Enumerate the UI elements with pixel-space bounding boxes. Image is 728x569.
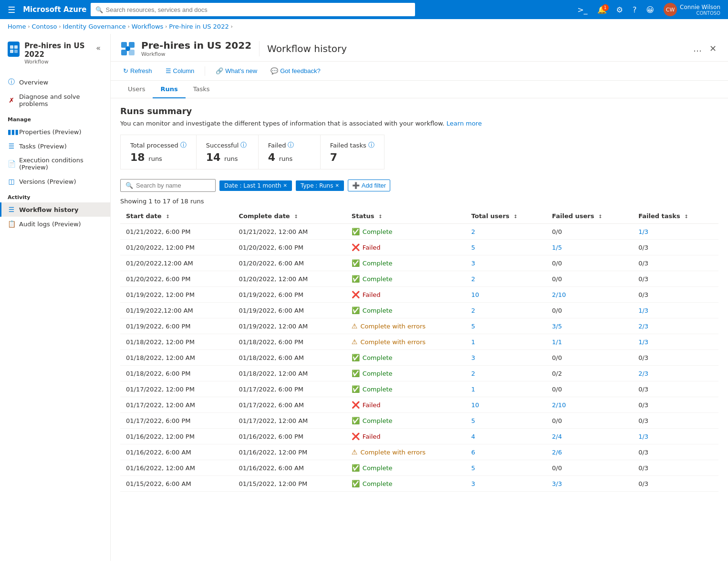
failed-tasks-link[interactable]: 1/3 <box>638 338 648 346</box>
total-users-link[interactable]: 10 <box>471 401 479 409</box>
global-search-input[interactable] <box>106 6 410 13</box>
breadcrumb-prehire[interactable]: Pre-hire in US 2022 <box>169 23 229 30</box>
type-filter-chip[interactable]: Type : Runs ✕ <box>296 180 344 191</box>
failed-users-link[interactable]: 2/10 <box>552 401 566 409</box>
col-start-date[interactable]: Start date ↕ <box>120 209 233 224</box>
failed-tasks-link[interactable]: 1/3 <box>638 228 648 235</box>
tab-users[interactable]: Users <box>120 81 153 98</box>
total-users-link[interactable]: 10 <box>471 291 479 298</box>
date-filter-chip[interactable]: Date : Last 1 month ✕ <box>219 180 292 191</box>
total-users-link[interactable]: 5 <box>471 464 475 472</box>
feedback-icon[interactable]: 😀 <box>642 3 658 16</box>
cell-failed-users[interactable]: 0/0 <box>546 413 633 429</box>
sidebar-item-audit-logs[interactable]: 📋 Audit logs (Preview) <box>0 217 110 231</box>
cell-failed-users[interactable]: 0/0 <box>546 460 633 476</box>
cell-failed-tasks[interactable]: 0/3 <box>633 397 718 413</box>
total-users-link[interactable]: 2 <box>471 228 475 235</box>
cell-failed-tasks[interactable]: 0/3 <box>633 271 718 287</box>
cell-total-users[interactable]: 2 <box>466 224 546 240</box>
failed-tasks-link[interactable]: 1/3 <box>638 307 648 314</box>
cell-failed-tasks[interactable]: 1/3 <box>633 429 718 444</box>
total-users-link[interactable]: 2 <box>471 370 475 377</box>
failed-info-icon[interactable]: ⓘ <box>288 141 294 149</box>
total-users-link[interactable]: 3 <box>471 480 475 487</box>
type-filter-close-icon[interactable]: ✕ <box>335 183 339 188</box>
cell-failed-users[interactable]: 0/0 <box>546 271 633 287</box>
sidebar-item-tasks[interactable]: ☰ Tasks (Preview) <box>0 139 110 153</box>
total-users-link[interactable]: 3 <box>471 260 475 267</box>
failed-users-link[interactable]: 1/1 <box>552 338 562 346</box>
cell-failed-users[interactable]: 3/5 <box>546 318 633 334</box>
total-users-link[interactable]: 2 <box>471 307 475 314</box>
settings-icon[interactable]: ⚙ <box>613 3 627 16</box>
total-users-link[interactable]: 5 <box>471 417 475 424</box>
failed-users-link[interactable]: 3/5 <box>552 323 562 330</box>
cell-failed-users[interactable]: 2/10 <box>546 287 633 303</box>
total-users-link[interactable]: 5 <box>471 244 475 251</box>
user-section[interactable]: CW Connie Wilson CONTOSO <box>660 1 724 18</box>
cell-failed-tasks[interactable]: 0/3 <box>633 350 718 366</box>
failed-tasks-info-icon[interactable]: ⓘ <box>368 141 374 149</box>
cell-total-users[interactable]: 2 <box>466 303 546 318</box>
cell-total-users[interactable]: 3 <box>466 476 546 492</box>
total-users-link[interactable]: 2 <box>471 275 475 283</box>
cell-failed-users[interactable]: 0/0 <box>546 255 633 271</box>
cell-failed-users[interactable]: 2/4 <box>546 429 633 444</box>
successful-info-icon[interactable]: ⓘ <box>240 141 247 149</box>
feedback-button[interactable]: 💬 Got feedback? <box>268 65 323 76</box>
failed-users-link[interactable]: 3/3 <box>552 480 562 487</box>
failed-users-link[interactable]: 1/5 <box>552 244 562 251</box>
cell-failed-tasks[interactable]: 1/3 <box>633 224 718 240</box>
global-search-bar[interactable]: 🔍 <box>91 3 415 16</box>
cell-failed-tasks[interactable]: 0/3 <box>633 240 718 255</box>
cell-failed-tasks[interactable]: 1/3 <box>633 334 718 350</box>
sidebar-item-workflow-history[interactable]: ☰ Workflow history <box>0 202 110 217</box>
cell-failed-tasks[interactable]: 0/3 <box>633 255 718 271</box>
sort-start-date-icon[interactable]: ↕ <box>166 214 169 219</box>
sidebar-item-overview[interactable]: ⓘ Overview <box>0 74 110 90</box>
cell-failed-users[interactable]: 0/2 <box>546 366 633 381</box>
cell-failed-tasks[interactable]: 0/3 <box>633 381 718 397</box>
breadcrumb-home[interactable]: Home <box>8 23 26 30</box>
cell-total-users[interactable]: 5 <box>466 318 546 334</box>
cell-total-users[interactable]: 5 <box>466 460 546 476</box>
cell-failed-tasks[interactable]: 0/3 <box>633 476 718 492</box>
total-info-icon[interactable]: ⓘ <box>180 141 187 149</box>
failed-tasks-link[interactable]: 1/3 <box>638 433 648 440</box>
sort-status-icon[interactable]: ↕ <box>378 214 382 219</box>
search-input-wrapper[interactable]: 🔍 <box>120 179 216 192</box>
sort-total-users-icon[interactable]: ↕ <box>513 214 517 219</box>
learn-more-link[interactable]: Learn more <box>447 120 482 127</box>
column-button[interactable]: ☰ Column <box>163 65 198 76</box>
cell-total-users[interactable]: 2 <box>466 366 546 381</box>
failed-users-link[interactable]: 2/6 <box>552 449 562 456</box>
refresh-button[interactable]: ↻ Refresh <box>120 65 155 76</box>
breadcrumb-contoso[interactable]: Contoso <box>31 23 57 30</box>
sort-complete-date-icon[interactable]: ↕ <box>294 214 298 219</box>
col-status[interactable]: Status ↕ <box>346 209 466 224</box>
cell-failed-tasks[interactable]: 1/3 <box>633 303 718 318</box>
cell-failed-users[interactable]: 0/0 <box>546 381 633 397</box>
cell-failed-tasks[interactable]: 0/3 <box>633 460 718 476</box>
cell-failed-users[interactable]: 1/1 <box>546 334 633 350</box>
cell-total-users[interactable]: 1 <box>466 381 546 397</box>
cell-total-users[interactable]: 10 <box>466 287 546 303</box>
cell-failed-tasks[interactable]: 0/3 <box>633 413 718 429</box>
sidebar-collapse-btn[interactable]: « <box>94 42 103 54</box>
sidebar-item-execution[interactable]: 📄 Execution conditions (Preview) <box>0 153 110 174</box>
col-failed-tasks[interactable]: Failed tasks ↕ <box>633 209 718 224</box>
more-options-btn[interactable]: … <box>693 43 702 53</box>
cell-total-users[interactable]: 6 <box>466 444 546 460</box>
sidebar-item-properties[interactable]: ▮▮▮ Properties (Preview) <box>0 125 110 139</box>
sidebar-item-diagnose[interactable]: ✗ Diagnose and solve problems <box>0 90 110 111</box>
cloud-shell-icon[interactable]: >_ <box>573 3 591 16</box>
cell-failed-tasks[interactable]: 0/3 <box>633 444 718 460</box>
failed-users-link[interactable]: 2/4 <box>552 433 562 440</box>
sort-failed-users-icon[interactable]: ↕ <box>598 214 602 219</box>
cell-total-users[interactable]: 10 <box>466 397 546 413</box>
col-complete-date[interactable]: Complete date ↕ <box>233 209 345 224</box>
cell-failed-users[interactable]: 0/0 <box>546 303 633 318</box>
help-icon[interactable]: ? <box>629 3 641 16</box>
cell-total-users[interactable]: 3 <box>466 255 546 271</box>
col-failed-users[interactable]: Failed users ↕ <box>546 209 633 224</box>
